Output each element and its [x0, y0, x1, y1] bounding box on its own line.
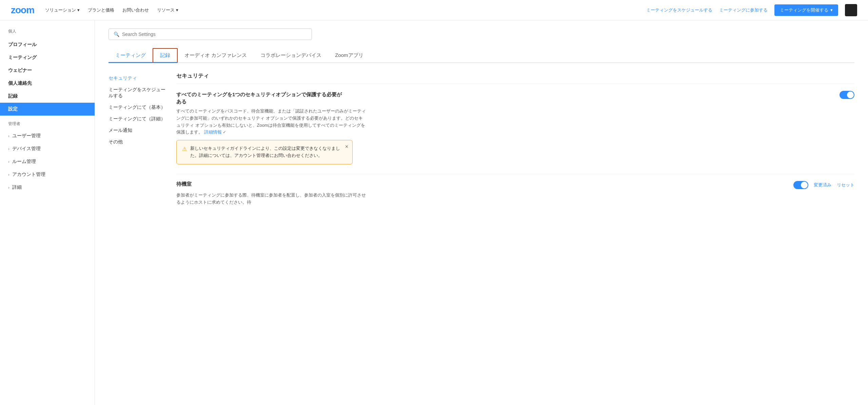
setting-header: すべてのミーティングを1つのセキュリティオプションで保護する必要がある — [176, 91, 854, 105]
sidebar-item-user-management[interactable]: › ユーザー管理 — [0, 129, 95, 142]
sidebar-item-meeting[interactable]: ミーティング — [0, 51, 95, 64]
alert-text: 新しいセキュリティガイドラインにより、この設定は変更できなくなりました。詳細につ… — [190, 145, 347, 159]
sidebar: 個人 プロフィール ミーティング ウェビナー 個人連絡先 記録 設定 管理者 ›… — [0, 20, 95, 405]
sub-navigation: セキュリティ ミーティングをスケジュールする ミーティングにて（基本） ミーティ… — [108, 73, 176, 215]
info-icon: ✓ — [223, 130, 226, 135]
chevron-right-icon: › — [8, 160, 9, 164]
divider — [176, 174, 854, 174]
host-meeting-button[interactable]: ミーティングを開催する ▾ — [774, 4, 838, 16]
nav-resources[interactable]: リソース ▾ — [157, 7, 178, 13]
search-input[interactable] — [122, 32, 307, 37]
setting-waiting-room: 待機室 変更済み リセット 参加者がミーティングに参加する際、待機室に参加者を配… — [176, 181, 854, 206]
subnav-other[interactable]: その他 — [108, 136, 170, 148]
waiting-right: 変更済み リセット — [793, 181, 854, 189]
chevron-down-icon: ▾ — [830, 7, 833, 13]
admin-section-label: 管理者 — [0, 116, 95, 129]
alert-close-button[interactable]: × — [345, 144, 348, 150]
section-title: セキュリティ — [176, 73, 854, 84]
sidebar-item-device-management[interactable]: › デバイス管理 — [0, 142, 95, 155]
toggle-knob — [847, 92, 854, 98]
nav-right: ミーティングをスケジュールする ミーティングに参加する ミーティングを開催する … — [646, 4, 857, 16]
setting-security-option: すべてのミーティングを1つのセキュリティオプションで保護する必要がある すべての… — [176, 91, 854, 164]
nav-contact[interactable]: お問い合わせ — [122, 7, 149, 13]
subnav-security[interactable]: セキュリティ — [108, 73, 170, 84]
tabs-bar: ミーティング 記録 オーディオ カンファレンス コラボレーションデバイス Zoo… — [108, 48, 854, 63]
subnav-basic[interactable]: ミーティングにて（基本） — [108, 102, 170, 113]
nav-left: zoom ソリューション ▾ プランと価格 お問い合わせ リソース ▾ — [11, 5, 178, 16]
schedule-meeting-link[interactable]: ミーティングをスケジュールする — [646, 7, 712, 13]
top-nav: zoom ソリューション ▾ プランと価格 お問い合わせ リソース ▾ ミーティ… — [0, 0, 868, 20]
waiting-room-description: 参加者がミーティングに参加する際、待機室に参加者を配置し、参加者の入室を個別に許… — [176, 192, 366, 206]
chevron-right-icon: › — [8, 185, 9, 189]
settings-layout: セキュリティ ミーティングをスケジュールする ミーティングにて（基本） ミーティ… — [108, 73, 854, 215]
sidebar-item-settings[interactable]: 設定 — [0, 103, 95, 116]
sidebar-item-webinar[interactable]: ウェビナー — [0, 64, 95, 77]
changed-label: 変更済み — [814, 182, 831, 188]
toggle-knob-waiting — [801, 182, 808, 188]
sidebar-item-profile[interactable]: プロフィール — [0, 38, 95, 51]
main-layout: 個人 プロフィール ミーティング ウェビナー 個人連絡先 記録 設定 管理者 ›… — [0, 20, 868, 405]
toggle-waiting-room[interactable] — [793, 181, 808, 189]
warning-icon: ⚠ — [182, 146, 187, 152]
subnav-email[interactable]: メール通知 — [108, 125, 170, 136]
chevron-right-icon: › — [8, 173, 9, 177]
sidebar-item-account-management[interactable]: › アカウント管理 — [0, 168, 95, 181]
search-bar[interactable]: 🔍 — [108, 28, 312, 40]
tab-zoomapp[interactable]: Zoomアプリ — [328, 49, 370, 63]
chevron-right-icon: › — [8, 147, 9, 151]
waiting-room-label: 待機室 — [176, 181, 192, 187]
join-meeting-link[interactable]: ミーティングに参加する — [719, 7, 768, 13]
setting-desc-security: すべてのミーティングをパスコード、待合室機能、または「認証されたユーザーのみがミ… — [176, 108, 366, 136]
toggle-security[interactable] — [840, 91, 854, 99]
content-area: 🔍 ミーティング 記録 オーディオ カンファレンス コラボレーションデバイス Z… — [95, 20, 868, 405]
waiting-row-header: 待機室 変更済み リセット — [176, 181, 854, 189]
subnav-advanced[interactable]: ミーティングにて（詳細） — [108, 113, 170, 125]
nav-items: ソリューション ▾ プランと価格 お問い合わせ リソース ▾ — [45, 7, 178, 13]
tab-audio[interactable]: オーディオ カンファレンス — [178, 49, 254, 63]
chevron-down-icon: ▾ — [77, 7, 80, 13]
nav-solutions[interactable]: ソリューション ▾ — [45, 7, 80, 13]
detail-link[interactable]: 詳細情報 — [204, 129, 222, 135]
settings-area: セキュリティ すべてのミーティングを1つのセキュリティオプションで保護する必要が… — [176, 73, 854, 215]
sidebar-item-advanced[interactable]: › 詳細 — [0, 181, 95, 194]
personal-section-label: 個人 — [0, 28, 95, 38]
nav-plans[interactable]: プランと価格 — [88, 7, 114, 13]
chevron-right-icon: › — [8, 134, 9, 138]
subnav-schedule[interactable]: ミーティングをスケジュールする — [108, 84, 170, 102]
alert-box: ⚠ 新しいセキュリティガイドラインにより、この設定は変更できなくなりました。詳細… — [176, 140, 353, 164]
tab-collab[interactable]: コラボレーションデバイス — [254, 49, 328, 63]
sidebar-item-recording[interactable]: 記録 — [0, 90, 95, 103]
logo: zoom — [11, 5, 34, 16]
setting-label-security: すべてのミーティングを1つのセキュリティオプションで保護する必要がある — [176, 91, 346, 105]
sidebar-item-contacts[interactable]: 個人連絡先 — [0, 77, 95, 90]
avatar[interactable] — [845, 4, 857, 16]
tab-recording[interactable]: 記録 — [153, 48, 178, 63]
tab-meeting[interactable]: ミーティング — [108, 49, 153, 63]
reset-button[interactable]: リセット — [837, 182, 854, 188]
chevron-down-icon: ▾ — [176, 7, 178, 13]
search-icon: 🔍 — [114, 32, 119, 37]
sidebar-item-room-management[interactable]: › ルーム管理 — [0, 155, 95, 168]
